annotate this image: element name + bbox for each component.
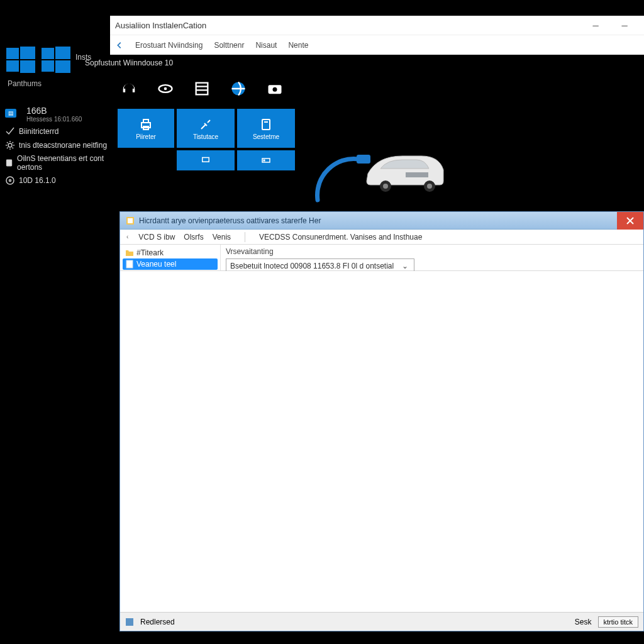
menu-item[interactable]: Nente bbox=[288, 41, 308, 50]
close-button[interactable] bbox=[617, 212, 643, 230]
chip-icon: ▤ bbox=[5, 109, 16, 118]
explorer-window: Hicrdantt arye orvienpraeteruss oattivar… bbox=[119, 211, 644, 631]
svg-rect-27 bbox=[264, 160, 265, 162]
windows-logo-icon bbox=[6, 45, 35, 74]
svg-point-19 bbox=[273, 87, 277, 92]
titlebar[interactable]: Ausialiion InstlalenCation ─ ─ bbox=[110, 16, 644, 35]
app-icon bbox=[125, 216, 135, 226]
explorer-menubar: ‹ VCD S ibw Olsrfs Venis VECDSS Consuner… bbox=[120, 230, 643, 245]
svg-rect-14 bbox=[196, 83, 208, 95]
page-icon bbox=[125, 260, 134, 269]
printer-icon bbox=[138, 117, 153, 132]
svg-rect-25 bbox=[203, 158, 209, 162]
chevron-down-icon[interactable]: ⌄ bbox=[400, 262, 410, 270]
app-subtitle: Sopfustunt Wiinndouse 10 bbox=[85, 58, 644, 67]
svg-point-13 bbox=[164, 87, 167, 91]
camera-icon[interactable] bbox=[264, 77, 286, 100]
tile-grid: Piireter Tistutace Sestetme bbox=[118, 109, 636, 170]
desktop-item[interactable]: tnis dteacstnorane neitfing bbox=[0, 136, 110, 150]
explorer-tree: #Titeark Veaneu teel bbox=[120, 245, 221, 270]
svg-point-11 bbox=[9, 180, 11, 182]
explorer-main-header: Vrsevaitanting Bsebetuit lnotecd 00908 1… bbox=[221, 245, 643, 270]
windows-logos bbox=[0, 38, 110, 74]
folder-icon bbox=[125, 248, 134, 257]
desktop-item-hd[interactable]: ▤ 166B Htessess 16:01.660 bbox=[0, 99, 110, 123]
svg-rect-36 bbox=[126, 260, 133, 268]
explorer-titlebar[interactable]: Hicrdantt arye orvienpraeteruss oattivar… bbox=[120, 212, 643, 230]
app-window: Ausialiion InstlalenCation ─ ─ Erostuart… bbox=[110, 16, 644, 198]
menubar: Erostuart Nviindsing Solttnenr Nisaut Ne… bbox=[110, 35, 644, 55]
svg-rect-35 bbox=[128, 218, 133, 223]
system-icon bbox=[258, 117, 274, 132]
plug-icon bbox=[198, 117, 213, 132]
svg-rect-6 bbox=[42, 60, 54, 72]
status-bar: Redlersed Sesk ktrtio titck bbox=[120, 612, 643, 631]
svg-rect-5 bbox=[55, 47, 70, 59]
tile-interface[interactable]: Tistutace bbox=[177, 109, 235, 148]
tree-parent[interactable]: #Titeark bbox=[123, 247, 218, 258]
disc-icon bbox=[5, 175, 15, 186]
headset-icon[interactable] bbox=[118, 77, 140, 100]
svg-rect-23 bbox=[262, 119, 270, 130]
menu-section-label: VECDSS Consunerdment. Vanises and Insthu… bbox=[259, 233, 422, 242]
tile-system[interactable]: Sestetme bbox=[237, 109, 295, 148]
globe-icon[interactable] bbox=[227, 77, 250, 100]
tile-small-2[interactable] bbox=[237, 150, 295, 170]
desktop-item[interactable]: Biinitricterrd bbox=[0, 123, 110, 136]
eye-icon[interactable] bbox=[154, 77, 177, 100]
status-button[interactable]: ktrtio titck bbox=[598, 616, 638, 628]
desktop-item[interactable]: 10D 16.1.0 bbox=[0, 172, 110, 186]
windows-logo-icon bbox=[42, 45, 70, 74]
chevron-left-icon[interactable]: ‹ bbox=[126, 233, 128, 240]
svg-rect-37 bbox=[126, 618, 133, 626]
list-icon[interactable] bbox=[191, 77, 213, 100]
menu-item[interactable]: Olsrfs bbox=[184, 233, 203, 242]
explorer-upper: #Titeark Veaneu teel Vrsevaitanting Bseb… bbox=[120, 245, 643, 271]
svg-point-8 bbox=[8, 143, 12, 147]
tile-printer[interactable]: Piireter bbox=[118, 109, 174, 148]
card-icon bbox=[260, 155, 272, 166]
menu-item[interactable]: Solttnenr bbox=[214, 41, 244, 50]
desktop-group-label: Panthums bbox=[0, 74, 110, 88]
svg-point-10 bbox=[6, 177, 14, 184]
svg-rect-2 bbox=[6, 60, 19, 72]
tree-child-selected[interactable]: Veaneu teel bbox=[123, 258, 218, 270]
toolbar bbox=[118, 77, 636, 100]
svg-rect-1 bbox=[20, 47, 35, 59]
svg-rect-4 bbox=[42, 48, 54, 59]
tile-small-1[interactable] bbox=[177, 150, 235, 170]
status-label: Sesk bbox=[575, 618, 592, 626]
maximize-button[interactable]: ─ bbox=[610, 16, 639, 35]
svg-rect-9 bbox=[6, 160, 11, 166]
svg-rect-21 bbox=[143, 119, 148, 123]
back-icon[interactable] bbox=[115, 41, 124, 50]
field-label: Vrsevaitanting bbox=[226, 247, 638, 256]
window-title: Ausialiion InstlalenCation bbox=[115, 21, 206, 30]
explorer-title: Hicrdantt arye orvienpraeteruss oattivar… bbox=[139, 216, 321, 225]
check-icon bbox=[5, 126, 15, 136]
explorer-content bbox=[120, 271, 643, 612]
combo-value: Bsebetuit lnotecd 00908 11653.8 FI 0l d … bbox=[230, 262, 394, 270]
svg-rect-0 bbox=[6, 48, 19, 59]
menu-item[interactable]: Venis bbox=[213, 233, 231, 242]
menu-item[interactable]: Nisaut bbox=[255, 41, 277, 50]
monitor-icon bbox=[200, 155, 211, 166]
menu-item[interactable]: Erostuart Nviindsing bbox=[135, 41, 203, 50]
close-icon bbox=[626, 216, 635, 225]
svg-rect-7 bbox=[55, 60, 70, 73]
status-text: Redlersed bbox=[140, 618, 175, 626]
status-icon bbox=[125, 618, 134, 626]
menu-item[interactable]: VCD S ibw bbox=[138, 233, 175, 242]
gear-icon bbox=[5, 140, 15, 150]
minimize-button[interactable]: ─ bbox=[581, 16, 610, 35]
svg-rect-3 bbox=[20, 60, 35, 73]
document-icon bbox=[5, 158, 13, 168]
desktop-item[interactable]: OilnS teenentians ert cont oertons bbox=[0, 150, 110, 172]
